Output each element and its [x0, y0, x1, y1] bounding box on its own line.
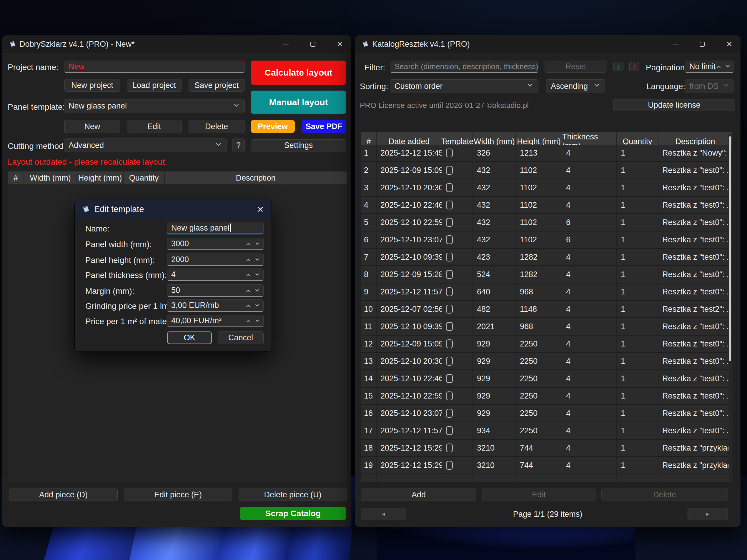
template-edit-button[interactable]: Edit [127, 120, 182, 133]
titlebar[interactable]: KatalogResztek v4.1 (PRO) ✕ [355, 35, 740, 53]
table-row[interactable]: 92025-12-12 11:5764096841Resztka z "test… [361, 284, 732, 300]
delete-button[interactable]: Delete [601, 488, 728, 501]
search-input[interactable] [390, 61, 538, 72]
cancel-button[interactable]: Cancel [218, 331, 264, 344]
template-checkbox[interactable] [446, 357, 453, 366]
direction-dropdown[interactable]: Ascending [546, 79, 605, 93]
save-project-button[interactable]: Save project [188, 79, 244, 92]
pagination-spinner[interactable]: No limit [685, 60, 734, 73]
spinner-down-icon[interactable] [255, 288, 259, 291]
spinner-up-icon[interactable] [717, 65, 721, 70]
table-row[interactable]: 142025-12-10 22:46929225041Resztka z "te… [361, 370, 732, 387]
scrap-catalog-button[interactable]: Scrap Catalog [240, 507, 346, 520]
table-row[interactable]: 32025-12-10 20:30432110241Resztka z "tes… [361, 180, 732, 196]
maximize-icon[interactable] [305, 35, 320, 53]
calculate-layout-button[interactable]: Calculate layout [251, 60, 346, 85]
table-row[interactable]: 102025-12-07 02:56482114841Resztka z "te… [361, 301, 732, 317]
template-checkbox[interactable] [446, 166, 453, 175]
template-checkbox[interactable] [446, 201, 453, 209]
material-price-spinner[interactable]: 40,00 EUR/m² [167, 315, 264, 327]
template-checkbox[interactable] [446, 235, 453, 244]
spinner-up-icon[interactable] [246, 305, 250, 309]
template-checkbox[interactable] [446, 340, 453, 348]
spinner-down-icon[interactable] [255, 272, 259, 275]
template-checkbox[interactable] [446, 252, 453, 262]
table-row[interactable]: 162025-12-10 23:07929225041Resztka z "te… [361, 405, 732, 422]
add-piece-button[interactable]: Add piece (D) [9, 488, 118, 501]
table-row[interactable]: 122025-12-09 15:09929225041Resztka z "te… [361, 336, 732, 352]
template-checkbox[interactable] [446, 305, 453, 314]
spinner-up-icon[interactable] [246, 290, 250, 294]
minimize-icon[interactable] [668, 35, 683, 53]
grinding-price-spinner[interactable]: 3,00 EUR/mb [167, 299, 264, 312]
table-row[interactable]: 152025-12-10 22:59929225041Resztka z "te… [361, 388, 732, 404]
settings-button[interactable]: Settings [251, 139, 346, 152]
template-checkbox[interactable] [446, 461, 453, 470]
template-checkbox[interactable] [446, 270, 453, 279]
template-checkbox[interactable] [446, 444, 453, 452]
update-license-button[interactable]: Update license [613, 99, 735, 111]
close-icon[interactable]: ✕ [252, 200, 269, 219]
sorting-dropdown[interactable]: Custom order [390, 79, 538, 93]
table-row[interactable] [361, 474, 732, 482]
template-checkbox[interactable] [446, 322, 453, 331]
template-checkbox[interactable] [446, 409, 453, 418]
scrollbar-thumb[interactable] [729, 136, 731, 361]
minimize-icon[interactable] [278, 35, 293, 53]
next-page-button[interactable]: ▸ [688, 508, 728, 520]
save-pdf-button[interactable]: Save PDF [302, 120, 346, 133]
table-row[interactable]: 82025-12-09 15:28524128241Resztka z "tes… [361, 266, 732, 283]
spinner-down-icon[interactable] [255, 318, 259, 322]
template-checkbox[interactable] [446, 149, 453, 157]
table-row[interactable]: 62025-12-10 23:07432110261Resztka z "tes… [361, 232, 732, 248]
spinner-up-icon[interactable] [246, 274, 250, 278]
edit-piece-button[interactable]: Edit piece (E) [124, 488, 232, 501]
table-row[interactable]: 72025-12-10 09:39423128241Resztka z "tes… [361, 249, 732, 265]
catalog-table[interactable]: # Date added Template Width (mm) Height … [361, 132, 732, 482]
template-checkbox[interactable] [446, 287, 453, 296]
titlebar[interactable]: DobrySzklarz v4.1 (PRO) - New* ✕ [2, 35, 351, 53]
ok-button[interactable]: OK [167, 331, 212, 344]
table-scrollbar[interactable] [728, 134, 731, 481]
help-button[interactable]: ? [232, 138, 245, 152]
table-row[interactable]: 12025-12-12 15:45326121341Resztka z "Now… [361, 145, 732, 161]
spinner-up-icon[interactable] [246, 243, 250, 247]
table-row[interactable]: 112025-12-10 09:39202196841Resztka z "te… [361, 318, 732, 335]
table-row[interactable]: 132025-12-10 20:30929225041Resztka z "te… [361, 353, 732, 369]
table-row[interactable]: 22025-12-09 15:09432110241Resztka z "tes… [361, 162, 732, 179]
spinner-up-icon[interactable] [246, 320, 250, 324]
manual-layout-button[interactable]: Manual layout [251, 90, 346, 114]
template-checkbox[interactable] [446, 374, 453, 383]
name-input[interactable]: New glass panel [167, 222, 264, 234]
margin-spinner[interactable]: 50 [167, 285, 264, 297]
template-checkbox[interactable] [446, 218, 453, 227]
dialog-titlebar[interactable]: Edit template ✕ [75, 200, 272, 219]
spinner-down-icon[interactable] [255, 257, 259, 261]
table-row[interactable]: 172025-12-12 11:57934225041Resztka z "te… [361, 422, 732, 439]
maximize-icon[interactable] [695, 35, 709, 53]
spinner-down-icon[interactable] [255, 241, 259, 245]
reset-button[interactable]: Reset [545, 60, 607, 73]
table-row[interactable]: 52025-12-10 22:59432110261Resztka z "tes… [361, 214, 732, 231]
project-name-input[interactable]: New [64, 60, 245, 73]
template-checkbox[interactable] [446, 392, 453, 400]
spinner-down-icon[interactable] [726, 63, 730, 68]
template-checkbox[interactable] [446, 183, 453, 192]
table-row[interactable]: 192025-12-12 15:29321074441Resztka z "pr… [361, 457, 732, 474]
import-icon[interactable]: ↓ [613, 62, 623, 71]
panel-height-spinner[interactable]: 2000 [167, 254, 264, 266]
export-icon[interactable]: ↑ [629, 62, 639, 71]
template-checkbox[interactable] [446, 426, 453, 435]
delete-piece-button[interactable]: Delete piece (U) [239, 488, 347, 501]
close-icon[interactable]: ✕ [722, 35, 737, 53]
table-row[interactable]: 42025-12-10 22:46432110241Resztka z "tes… [361, 197, 732, 213]
template-new-button[interactable]: New [65, 120, 120, 133]
preview-button[interactable]: Preview [251, 120, 295, 133]
spinner-up-icon[interactable] [246, 259, 250, 263]
cutting-method-dropdown[interactable]: Advanced [64, 138, 227, 152]
load-project-button[interactable]: Load project [127, 79, 182, 92]
edit-button[interactable]: Edit [482, 488, 595, 501]
panel-thickness-spinner[interactable]: 4 [167, 269, 264, 281]
spinner-down-icon[interactable] [255, 303, 259, 306]
table-row[interactable]: 182025-12-12 15:29321074441Resztka z "pr… [361, 440, 732, 456]
